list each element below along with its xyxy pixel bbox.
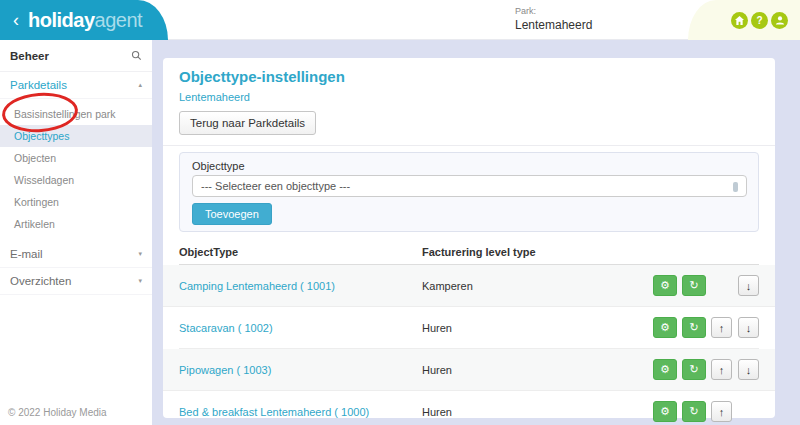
refresh-button[interactable]: ↻ [682, 275, 706, 296]
chevron-down-icon: ▾ [138, 250, 142, 258]
user-icon [775, 15, 785, 25]
select-caret-icon [733, 182, 738, 192]
column-header-facturering: Facturering level type [422, 246, 759, 258]
park-link[interactable]: Lentemaheerd [179, 91, 759, 103]
arrow-up-icon: ↑ [719, 406, 725, 418]
row-actions: ⚙ ↻ ↑ ↓ [653, 317, 759, 338]
arrow-down-icon: ↓ [746, 364, 752, 376]
empty-up-slot [711, 275, 732, 296]
table-row: Camping Lentemaheerd ( 1001) Kamperen ⚙ … [163, 265, 775, 307]
sidebar-item-objecttypes[interactable]: Objecttypes [0, 125, 152, 147]
brand-logo[interactable]: holiday [28, 9, 95, 32]
copyright-text: © 2022 Holiday Media [8, 407, 107, 418]
settings-button[interactable]: ⚙ [653, 359, 677, 380]
objecttype-link[interactable]: Pipowagen ( 1003) [179, 364, 422, 376]
sidebar-item-label: E-mail [10, 248, 43, 260]
arrow-up-icon: ↑ [719, 322, 725, 334]
content-background: Objecttype-instellingen Lentemaheerd Ter… [152, 40, 800, 425]
row-actions: ⚙ ↻ ↓ [653, 275, 759, 296]
toevoegen-button[interactable]: Toevoegen [192, 203, 272, 225]
sidebar-item-parkdetails[interactable]: Parkdetails ▴ [0, 72, 152, 99]
row-actions: ⚙ ↻ ↑ [653, 401, 759, 422]
search-icon[interactable] [131, 47, 142, 65]
arrow-down-icon: ↓ [746, 322, 752, 334]
park-label: Park: [515, 6, 592, 16]
refresh-icon: ↻ [689, 405, 698, 418]
page-title: Objecttype-instellingen [179, 68, 759, 85]
objecttype-link[interactable]: Bed & breakfast Lentemaheerd ( 1000) [179, 406, 422, 418]
chevron-down-icon: ▾ [138, 277, 142, 285]
move-down-button[interactable]: ↓ [738, 359, 759, 380]
help-button[interactable]: ? [751, 12, 768, 29]
move-up-button[interactable]: ↑ [711, 359, 732, 380]
sidebar-item-email[interactable]: E-mail ▾ [0, 241, 152, 268]
sidebar-item-artikelen[interactable]: Artikelen [0, 213, 152, 235]
gear-icon: ⚙ [660, 321, 670, 334]
table-row: Bed & breakfast Lentemaheerd ( 1000) Hur… [179, 391, 759, 425]
objecttype-form: Objecttype --- Selecteer een objecttype … [179, 152, 759, 232]
move-up-button[interactable]: ↑ [711, 317, 732, 338]
settings-button[interactable]: ⚙ [653, 401, 677, 422]
row-actions: ⚙ ↻ ↑ ↓ [653, 359, 759, 380]
sidebar-search-row: Beheer [0, 40, 152, 72]
gear-icon: ⚙ [660, 279, 670, 292]
move-down-button[interactable]: ↓ [738, 275, 759, 296]
sidebar-item-objecten[interactable]: Objecten [0, 147, 152, 169]
gear-icon: ⚙ [660, 363, 670, 376]
sidebar-item-label: Overzichten [10, 275, 71, 287]
user-button[interactable] [771, 12, 788, 29]
back-chevron-icon[interactable]: ‹ [13, 10, 19, 31]
park-info: Park: Lentemaheerd [515, 6, 592, 32]
select-value: --- Selecteer een objecttype --- [201, 180, 350, 192]
sidebar-submenu: Basisinstellingen park Objecttypes Objec… [0, 99, 152, 241]
arrow-down-icon: ↓ [746, 280, 752, 292]
sidebar-item-wisseldagen[interactable]: Wisseldagen [0, 169, 152, 191]
header-actions: ? [688, 0, 800, 40]
settings-button[interactable]: ⚙ [653, 275, 677, 296]
table-header-row: ObjectType Facturering level type [179, 246, 759, 265]
billing-type: Kamperen [422, 280, 653, 292]
refresh-icon: ↻ [689, 321, 698, 334]
sidebar-item-overzichten[interactable]: Overzichten ▾ [0, 268, 152, 295]
sidebar-item-kortingen[interactable]: Kortingen [0, 191, 152, 213]
objecttype-link[interactable]: Stacaravan ( 1002) [179, 322, 422, 334]
table-row: Stacaravan ( 1002) Huren ⚙ ↻ ↑ ↓ [179, 307, 759, 349]
objecttype-label: Objecttype [192, 160, 746, 172]
billing-type: Huren [422, 322, 653, 334]
chevron-up-icon: ▴ [138, 81, 142, 89]
move-up-button[interactable]: ↑ [711, 401, 732, 422]
brand-block: ‹ holidayagent [0, 0, 168, 40]
sidebar-item-basisinstellingen-park[interactable]: Basisinstellingen park [0, 103, 152, 125]
objecttype-table: ObjectType Facturering level type Campin… [179, 246, 759, 425]
home-icon [735, 16, 744, 25]
sidebar-title: Beheer [10, 50, 49, 62]
arrow-up-icon: ↑ [719, 364, 725, 376]
back-to-parkdetails-button[interactable]: Terug naar Parkdetails [179, 111, 316, 135]
empty-down-slot [738, 401, 759, 422]
settings-button[interactable]: ⚙ [653, 317, 677, 338]
question-icon: ? [756, 15, 762, 26]
move-down-button[interactable]: ↓ [738, 317, 759, 338]
park-name: Lentemaheerd [515, 18, 592, 32]
billing-type: Huren [422, 406, 653, 418]
sidebar: Beheer Parkdetails ▴ Basisinstellingen p… [0, 40, 152, 425]
objecttype-select[interactable]: --- Selecteer een objecttype --- [192, 175, 747, 197]
billing-type: Huren [422, 364, 653, 376]
refresh-icon: ↻ [689, 363, 698, 376]
objecttype-link[interactable]: Camping Lentemaheerd ( 1001) [179, 280, 422, 292]
content-card: Objecttype-instellingen Lentemaheerd Ter… [163, 58, 775, 418]
sidebar-item-label: Parkdetails [10, 79, 67, 91]
refresh-button[interactable]: ↻ [682, 401, 706, 422]
table-row: Pipowagen ( 1003) Huren ⚙ ↻ ↑ ↓ [163, 349, 775, 391]
refresh-button[interactable]: ↻ [682, 317, 706, 338]
column-header-objecttype: ObjectType [179, 246, 422, 258]
refresh-icon: ↻ [689, 279, 698, 292]
home-button[interactable] [731, 12, 748, 29]
top-bar: ‹ holidayagent Park: Lentemaheerd ? [0, 0, 800, 40]
gear-icon: ⚙ [660, 405, 670, 418]
brand-logo-suffix: agent [95, 9, 143, 32]
divider [163, 145, 775, 146]
refresh-button[interactable]: ↻ [682, 359, 706, 380]
